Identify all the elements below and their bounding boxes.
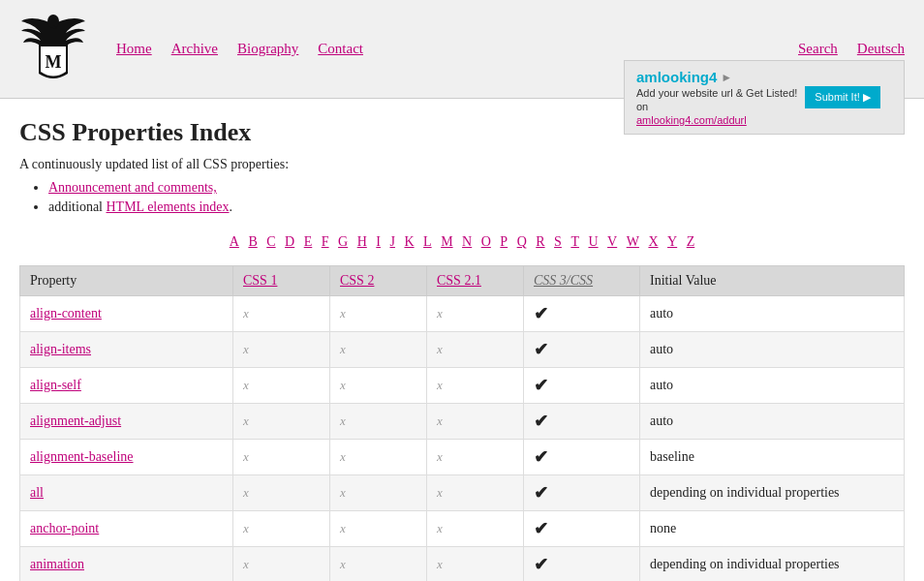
alpha-link-v[interactable]: V — [607, 234, 617, 249]
cell-css1: x — [233, 475, 330, 511]
cell-css21: x — [427, 475, 524, 511]
prop-name: all — [20, 475, 233, 511]
alpha-link-o[interactable]: O — [481, 234, 491, 249]
alpha-link-j[interactable]: J — [389, 234, 394, 249]
prop-link[interactable]: align-self — [30, 378, 81, 392]
prop-link[interactable]: animation — [30, 557, 84, 571]
alpha-link-x[interactable]: X — [648, 234, 658, 249]
ad-flag: ► — [721, 71, 732, 84]
alpha-link-k[interactable]: K — [404, 234, 414, 249]
alpha-link-r[interactable]: R — [536, 234, 544, 249]
nav-archive[interactable]: Archive — [171, 41, 218, 57]
col-header-property: Property — [20, 266, 233, 296]
cell-css21: x — [427, 404, 524, 440]
list-item: Announcement and comments, — [48, 180, 905, 196]
css1-link[interactable]: CSS 1 — [243, 273, 277, 288]
alpha-link-u[interactable]: U — [588, 234, 598, 249]
col-header-initial: Initial Value — [640, 266, 905, 296]
alpha-link-q[interactable]: Q — [517, 234, 527, 249]
table-header-row: Property CSS 1 CSS 2 CSS 2.1 CSS 3/CSS I… — [20, 266, 905, 296]
cell-css2: x — [330, 368, 427, 404]
cell-css1: x — [233, 296, 330, 332]
ad-submit-button[interactable]: Submit It! ▶ — [805, 86, 880, 108]
html-elements-link[interactable]: HTML elements index — [107, 199, 230, 214]
cell-initial: auto — [640, 296, 905, 332]
properties-table: Property CSS 1 CSS 2 CSS 2.1 CSS 3/CSS I… — [19, 265, 905, 581]
cell-initial: auto — [640, 368, 905, 404]
main-nav: Home Archive Biography Contact — [116, 41, 798, 57]
col-header-css3: CSS 3/CSS — [524, 266, 640, 296]
alpha-link-f[interactable]: F — [322, 234, 329, 249]
nav-contact[interactable]: Contact — [318, 41, 363, 57]
table-row: alignment-adjustxxx✔auto — [20, 404, 905, 440]
nav-home[interactable]: Home — [116, 41, 152, 57]
cell-css1: x — [233, 547, 330, 582]
cell-css3: ✔ — [524, 547, 640, 582]
alpha-link-w[interactable]: W — [627, 234, 639, 249]
cell-css2: x — [330, 511, 427, 547]
right-nav: Search Deutsch — [798, 41, 905, 57]
nav-biography[interactable]: Biography — [237, 41, 298, 57]
cell-css2: x — [330, 296, 427, 332]
list-item: additional HTML elements index. — [48, 199, 905, 215]
cell-initial: auto — [640, 332, 905, 368]
alpha-link-a[interactable]: A — [230, 234, 239, 249]
cell-css21: x — [427, 368, 524, 404]
alpha-link-i[interactable]: I — [376, 234, 381, 249]
table-row: align-selfxxx✔auto — [20, 368, 905, 404]
alpha-link-z[interactable]: Z — [687, 234, 695, 249]
alpha-link-e[interactable]: E — [304, 234, 313, 249]
cell-css3: ✔ — [524, 511, 640, 547]
alpha-link-m[interactable]: M — [441, 234, 452, 249]
cell-css3: ✔ — [524, 404, 640, 440]
cell-css21: x — [427, 296, 524, 332]
prop-name: align-content — [20, 296, 233, 332]
logo-area: M — [19, 8, 87, 90]
ad-sub: on — [636, 101, 648, 112]
cell-css2: x — [330, 547, 427, 582]
alpha-link-h[interactable]: H — [357, 234, 367, 249]
cell-css2: x — [330, 440, 427, 475]
cell-initial: depending on individual properties — [640, 547, 905, 582]
alpha-link-s[interactable]: S — [554, 234, 562, 249]
css3-link[interactable]: CSS 3/CSS — [534, 273, 593, 288]
prop-name: alignment-baseline — [20, 440, 233, 475]
cell-css1: x — [233, 511, 330, 547]
alpha-link-g[interactable]: G — [338, 234, 348, 249]
table-body: align-contentxxx✔autoalign-itemsxxx✔auto… — [20, 296, 905, 582]
prop-link[interactable]: alignment-adjust — [30, 413, 121, 428]
cell-css3: ✔ — [524, 296, 640, 332]
nav-language[interactable]: Deutsch — [857, 41, 905, 57]
cell-css2: x — [330, 475, 427, 511]
cell-css1: x — [233, 332, 330, 368]
prop-link[interactable]: align-content — [30, 306, 102, 321]
alpha-link-p[interactable]: P — [500, 234, 508, 249]
cell-css3: ✔ — [524, 440, 640, 475]
alpha-link-n[interactable]: N — [462, 234, 472, 249]
additional-text: additional — [48, 199, 107, 214]
cell-css1: x — [233, 368, 330, 404]
alpha-link-t[interactable]: T — [570, 234, 579, 249]
site-logo: M — [19, 8, 87, 90]
cell-initial: auto — [640, 404, 905, 440]
prop-link[interactable]: anchor-point — [30, 521, 99, 535]
css2-link[interactable]: CSS 2 — [340, 273, 374, 288]
cell-css3: ✔ — [524, 332, 640, 368]
cell-css21: x — [427, 440, 524, 475]
css21-link[interactable]: CSS 2.1 — [437, 273, 481, 288]
announcement-link[interactable]: Announcement and comments, — [48, 180, 217, 195]
prop-link[interactable]: align-items — [30, 342, 91, 356]
cell-css2: x — [330, 332, 427, 368]
prop-link[interactable]: alignment-baseline — [30, 449, 134, 464]
table-row: align-contentxxx✔auto — [20, 296, 905, 332]
alpha-link-c[interactable]: C — [266, 234, 275, 249]
alpha-link-y[interactable]: Y — [667, 234, 677, 249]
table-row: animationxxx✔depending on individual pro… — [20, 547, 905, 582]
col-header-css21: CSS 2.1 — [427, 266, 524, 296]
alpha-link-d[interactable]: D — [285, 234, 294, 249]
prop-name: alignment-adjust — [20, 404, 233, 440]
alpha-link-l[interactable]: L — [423, 234, 432, 249]
prop-link[interactable]: all — [30, 485, 44, 500]
alpha-link-b[interactable]: B — [248, 234, 257, 249]
nav-search[interactable]: Search — [798, 41, 838, 57]
